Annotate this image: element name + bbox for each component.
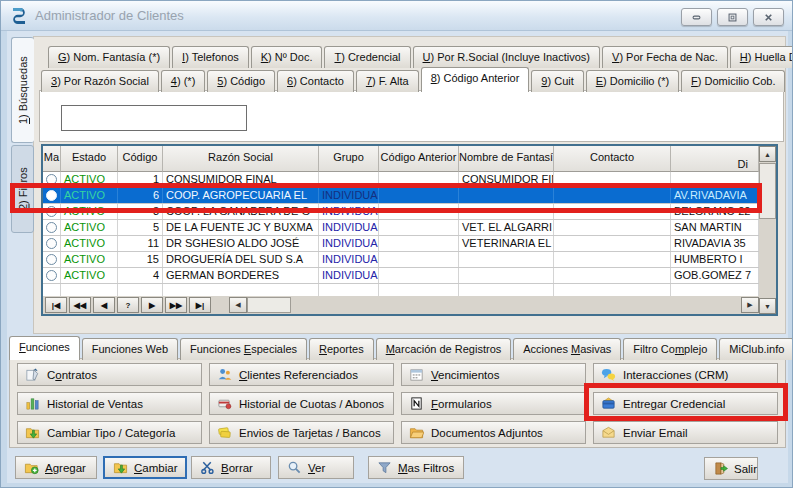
tab-u-por-r-social-incluye-inactivos[interactable]: U) Por R.Social (Incluye Inactivos) <box>413 46 601 68</box>
tab-3-por-razon-social[interactable]: 3) Por Razón Social <box>41 70 159 92</box>
cell-grupo: INDIVIDUAL <box>319 252 379 267</box>
tab-g-nom-fantasia[interactable]: G) Nom. Fantasía (*) <box>48 46 170 68</box>
function-tab-miclub-info[interactable]: MiClub.info <box>719 338 793 360</box>
record-nav-button-3[interactable]: ? <box>117 297 139 313</box>
tab-9-cuit[interactable]: 9) Cuit <box>531 70 583 92</box>
tab-k-n-doc[interactable]: K) Nº Doc. <box>251 46 323 68</box>
tab-7-f-alta[interactable]: 7) F. Alta <box>356 70 419 92</box>
table-row[interactable]: ACTIVO5DE LA FUENTE JC Y BUXMAINDIVIDUAL… <box>43 220 759 236</box>
tab-5-codigo[interactable]: 5) Código <box>207 70 275 92</box>
historial-de-cuotas-abonos-button[interactable]: Historial de Cuotas / Abonos <box>209 392 394 415</box>
table-row-selected[interactable]: ACTIVO6COOP. AGROPECUARIA ELINDIVIDUALAV… <box>43 188 759 204</box>
tab-6-contacto[interactable]: 6) Contacto <box>277 70 354 92</box>
cell-estado: ACTIVO <box>61 172 118 187</box>
cell-razon: COOP. LA GANADERA DE G <box>163 204 319 219</box>
row-radio[interactable] <box>43 188 61 203</box>
record-nav-button-6[interactable]: ▶| <box>189 297 211 313</box>
button-label: Ver <box>308 462 325 474</box>
table-row[interactable]: ACTIVO11DR SGHESIO ALDO JOSÉINDIVIDUALVE… <box>43 236 759 252</box>
hscroll-thumb[interactable] <box>247 297 291 313</box>
sidebar-tab-1-busquedas[interactable]: 1) Búsquedas <box>11 37 34 143</box>
function-tab-funciones-web[interactable]: Funciones Web <box>82 338 178 360</box>
cambiar-tipo-categoria-button[interactable]: Cambiar Tipo / Categoría <box>17 421 202 444</box>
cell-grupo: INDIVIDUAL <box>319 188 379 203</box>
minimize-button[interactable] <box>681 8 712 26</box>
record-nav-button-1[interactable]: ◀◀ <box>69 297 91 313</box>
salir-button[interactable]: Salir <box>704 457 758 480</box>
function-tab-acciones-masivas[interactable]: Acciones Masivas <box>513 338 621 360</box>
vencimientos-button[interactable]: Vencimientos <box>401 363 586 386</box>
table-row[interactable]: ACTIVO4GERMAN BORDERESINDIVIDUALGOB.GOME… <box>43 268 759 284</box>
function-tab-funciones-especiales[interactable]: Funciones Especiales <box>180 338 307 360</box>
record-nav-button-0[interactable]: |◀ <box>45 297 67 313</box>
row-radio[interactable] <box>43 236 61 251</box>
ver-button[interactable]: Ver <box>278 456 354 479</box>
close-icon <box>763 12 774 23</box>
function-tab-reportes[interactable]: Reportes <box>309 338 374 360</box>
function-tab-funciones[interactable]: Funciones <box>9 336 80 360</box>
cell-grupo: INDIVIDUAL <box>319 236 379 251</box>
borrar-button[interactable]: Borrar <box>191 456 271 479</box>
tab-f-domicilio-cob[interactable]: F) Domicilio Cob. <box>681 70 785 92</box>
tab-i-telefonos[interactable]: I) Telefonos <box>172 46 249 68</box>
vscroll-down-button[interactable]: ▼ <box>759 298 776 314</box>
search-tabs-row2: 3) Por Razón Social4) (*)5) Código6) Con… <box>41 67 787 92</box>
clientes-referenciados-button[interactable]: Clientes Referenciados <box>209 363 394 386</box>
entregar-credencial-button[interactable]: Entregar Credencial <box>593 392 778 415</box>
close-button[interactable] <box>753 8 784 26</box>
sidebar-tab-2-filtros[interactable]: 2) Filtros <box>11 145 34 233</box>
record-nav-button-5[interactable]: ▶▶ <box>165 297 187 313</box>
tab-t-credencial[interactable]: T) Credencial <box>324 46 410 68</box>
tab-4[interactable]: 4) (*) <box>161 70 205 92</box>
vscroll-thumb[interactable] <box>759 163 776 219</box>
column-header-contacto: Contacto <box>554 146 671 172</box>
table-row[interactable]: ACTIVO15DROGUERÍA DEL SUD S.AINDIVIDUALH… <box>43 252 759 268</box>
hscroll-left-button[interactable]: ◀ <box>229 297 247 313</box>
record-nav-button-2[interactable]: ◀ <box>93 297 115 313</box>
tab-8-codigo-anterior[interactable]: 8) Código Anterior <box>421 67 530 92</box>
envios-de-tarjetas-bancos-button[interactable]: Envios de Tarjetas / Bancos <box>209 421 394 444</box>
cell-cod_anterior <box>379 252 459 267</box>
tab-v-por-fecha-de-nac[interactable]: V) Por Fecha de Nac. <box>602 46 728 68</box>
row-radio[interactable] <box>43 204 61 219</box>
function-tab-filtro-complejo[interactable]: Filtro Complejo <box>623 338 717 360</box>
interacciones-crm-button[interactable]: Interacciones (CRM) <box>593 363 778 386</box>
cell-direccion: RIVADAVIA 35 <box>671 236 759 251</box>
cell-direccion: GOB.GOMEZ 7 <box>671 268 759 283</box>
maximize-button[interactable] <box>717 8 748 26</box>
folder-down-icon <box>113 460 128 475</box>
cell-contacto <box>554 252 671 267</box>
radio-icon <box>46 174 57 185</box>
cell-razon: DR SGHESIO ALDO JOSÉ <box>163 236 319 251</box>
tab-e-domicilio[interactable]: E) Domicilio (*) <box>586 70 679 92</box>
documentos-adjuntos-button[interactable]: Documentos Adjuntos <box>401 421 586 444</box>
row-radio[interactable] <box>43 220 61 235</box>
search-input[interactable] <box>61 105 247 131</box>
cell-estado: ACTIVO <box>61 188 118 203</box>
row-radio[interactable] <box>43 172 61 187</box>
hscroll-right-button[interactable]: ▶ <box>741 297 759 313</box>
formularios-button[interactable]: Formularios <box>401 392 586 415</box>
vscroll-up-button[interactable]: ▲ <box>759 146 776 162</box>
mas-filtros-button[interactable]: Mas Filtros <box>368 456 464 479</box>
cell-codigo: 5 <box>118 220 163 235</box>
row-radio[interactable] <box>43 268 61 283</box>
enviar-email-button[interactable]: Enviar Email <box>593 421 778 444</box>
cell-grupo: INDIVIDUAL <box>319 268 379 283</box>
cambiar-button[interactable]: Cambiar <box>103 456 187 479</box>
table-row[interactable]: ACTIVO3COOP. LA GANADERA DE GINDIVIDUALB… <box>43 204 759 220</box>
row-radio[interactable] <box>43 252 61 267</box>
historial-de-ventas-button[interactable]: Historial de Ventas <box>17 392 202 415</box>
grid-vertical-scrollbar[interactable]: ▲▼ <box>759 146 776 314</box>
column-header-nombre-de-fantasi: Nombre de Fantasí <box>459 146 554 172</box>
cell-razon: GERMAN BORDERES <box>163 268 319 283</box>
titlebar: Administrador de Clientes <box>1 1 793 31</box>
function-tab-marcacion-de-registros[interactable]: Marcación de Registros <box>376 338 512 360</box>
cell-razon: DE LA FUENTE JC Y BUXMA <box>163 220 319 235</box>
agregar-button[interactable]: Agregar <box>15 456 97 479</box>
contratos-button[interactable]: Contratos <box>17 363 202 386</box>
cell-fantasia <box>459 204 554 219</box>
tab-h-huella-dactilar[interactable]: H) Huella Dactilar <box>730 46 793 68</box>
table-row[interactable]: ACTIVO1CONSUMIDOR FINALCONSUMIDOR FIN <box>43 172 759 188</box>
record-nav-button-4[interactable]: ▶ <box>141 297 163 313</box>
